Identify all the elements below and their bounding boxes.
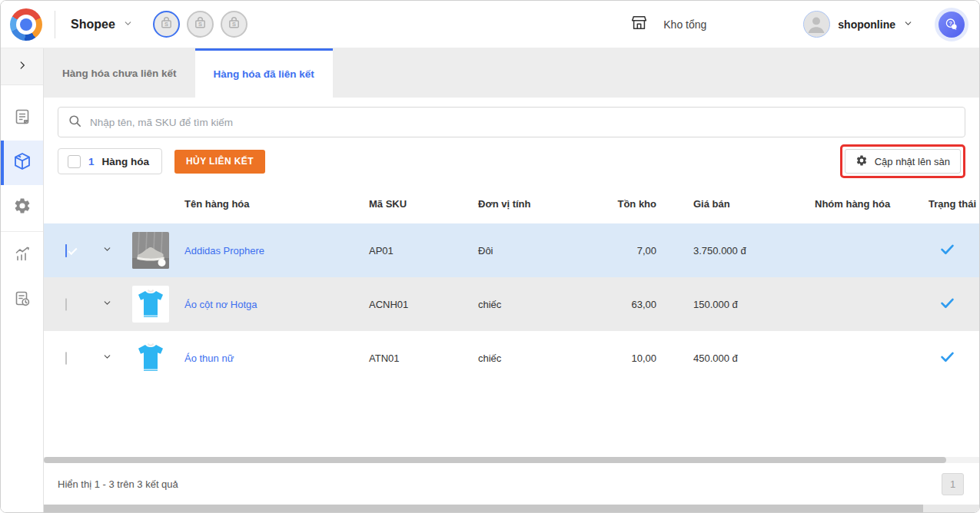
product-name-link[interactable]: Áo thun nữ [184, 352, 234, 364]
shop-account-2[interactable]: S [187, 11, 214, 38]
tab-label: Hàng hóa chưa liên kết [62, 68, 177, 79]
table-body: Addidas Prophere AP01 Đôi 7,00 3.750.000… [44, 223, 979, 385]
product-image [132, 232, 169, 269]
status-linked-check-icon [929, 302, 955, 313]
help-button[interactable]: ? [935, 8, 968, 41]
row-expand-chevron-icon[interactable] [102, 244, 112, 254]
document-icon [13, 108, 32, 129]
product-unit: chiếc [478, 331, 592, 385]
table-row[interactable]: Áo thun nữ ATN01 chiếc 10,00 450.000 đ [44, 331, 979, 385]
header-divider [55, 11, 55, 38]
bottom-scrollbar-thumb[interactable] [44, 505, 923, 512]
svg-text:?: ? [948, 20, 952, 26]
col-header-sku: Mã SKU [369, 184, 478, 223]
tab-linked-products[interactable]: Hàng hóa đã liên kết [195, 48, 333, 98]
cube-icon [12, 151, 32, 174]
scrollbar-thumb[interactable] [44, 457, 946, 463]
shopee-bag-icon: S [226, 15, 242, 34]
products-table: Tên hàng hóa Mã SKU Đơn vị tính Tồn kho … [44, 184, 979, 385]
product-price: 150.000 đ [661, 277, 807, 331]
search-input[interactable] [90, 117, 955, 128]
sidebar-separator [1, 231, 43, 232]
product-unit: chiếc [478, 277, 592, 331]
unlink-button[interactable]: HỦY LIÊN KẾT [174, 150, 265, 174]
col-header-group: Nhóm hàng hóa [807, 184, 922, 223]
select-all-checkbox[interactable] [68, 155, 81, 168]
shopee-bag-icon: S [192, 15, 208, 34]
gear-icon [13, 197, 32, 218]
table-header-row: Tên hàng hóa Mã SKU Đơn vị tính Tồn kho … [44, 184, 979, 223]
chevron-down-icon [123, 18, 133, 31]
horizontal-scrollbar[interactable] [44, 457, 979, 463]
row-checkbox[interactable] [65, 352, 67, 365]
product-group [807, 277, 922, 331]
tab-unlinked-products[interactable]: Hàng hóa chưa liên kết [44, 48, 195, 98]
product-name-link[interactable]: Addidas Prophere [184, 245, 264, 256]
pagination-footer: Hiển thị 1 - 3 trên 3 kết quả 1 [44, 463, 979, 505]
product-group [807, 223, 922, 277]
row-expand-chevron-icon[interactable] [102, 352, 112, 362]
product-price: 3.750.000 đ [661, 223, 807, 277]
col-header-stock: Tồn kho [592, 184, 661, 223]
sidebar [1, 48, 44, 512]
sidebar-item-settings[interactable] [1, 185, 43, 230]
update-button-label: Cập nhật lên sàn [875, 156, 950, 167]
sidebar-item-history[interactable] [1, 278, 43, 323]
chart-icon [13, 245, 32, 266]
product-stock: 63,00 [592, 277, 661, 331]
row-checkbox[interactable] [65, 244, 67, 257]
tab-bar: Hàng hóa chưa liên kết Hàng hóa đã liên … [44, 48, 979, 98]
tab-label: Hàng hóa đã liên kết [214, 68, 314, 80]
page-1-button[interactable]: 1 [942, 473, 964, 495]
highlight-annotation: Cập nhật lên sàn [840, 144, 965, 178]
avatar [803, 11, 830, 38]
search-icon [68, 114, 82, 131]
status-linked-check-icon [929, 248, 955, 260]
shop-account-3[interactable]: S [221, 11, 247, 38]
app-logo-icon [10, 8, 42, 41]
sidebar-expand-button[interactable] [1, 48, 43, 85]
col-header-status: Trạng thái [922, 184, 979, 223]
gear-icon [855, 154, 868, 169]
content-panel: 1 Hàng hóa HỦY LIÊN KẾT Cập nhật lên sàn [44, 98, 979, 512]
shop-account-1[interactable]: S [153, 11, 180, 38]
sidebar-item-orders[interactable] [1, 96, 43, 141]
document-clock-icon [13, 290, 32, 311]
search-box [58, 107, 965, 137]
product-unit: Đôi [478, 223, 592, 277]
product-stock: 10,00 [592, 331, 661, 385]
warehouse-selector[interactable]: Kho tổng [630, 14, 706, 35]
product-price: 450.000 đ [661, 331, 807, 385]
table-row[interactable]: Addidas Prophere AP01 Đôi 7,00 3.750.000… [44, 223, 979, 277]
col-header-unit: Đơn vị tính [478, 184, 592, 223]
table-row[interactable]: Áo cột nơ Hotga ACNH01 chiếc 63,00 150.0… [44, 277, 979, 331]
product-name-link[interactable]: Áo cột nơ Hotga [184, 299, 257, 310]
user-menu[interactable]: shoponline [803, 11, 913, 38]
product-sku: ACNH01 [369, 277, 478, 331]
selected-label: Hàng hóa [102, 156, 150, 167]
app-window: Shopee S S S [0, 0, 980, 513]
svg-text:S: S [198, 21, 202, 28]
toolbar: 1 Hàng hóa HỦY LIÊN KẾT Cập nhật lên sàn [58, 148, 965, 174]
header-right: Kho tổng shoponline ? [630, 8, 968, 41]
col-header-price: Giá bán [661, 184, 807, 223]
sidebar-item-reports[interactable] [1, 233, 43, 278]
bottom-scrollbar[interactable] [44, 505, 979, 512]
product-stock: 7,00 [592, 223, 661, 277]
product-sku: AP01 [369, 223, 478, 277]
chevron-right-icon [17, 60, 28, 74]
col-header-name: Tên hàng hóa [176, 184, 369, 223]
warehouse-label: Kho tổng [663, 18, 706, 31]
product-sku: ATN01 [369, 331, 478, 385]
update-to-channel-button[interactable]: Cập nhật lên sàn [845, 149, 961, 174]
row-expand-chevron-icon[interactable] [102, 298, 112, 308]
product-group [807, 331, 922, 385]
status-linked-check-icon [929, 356, 955, 367]
row-checkbox[interactable] [65, 298, 67, 311]
shopee-bag-icon: S [158, 15, 174, 34]
help-chat-icon: ? [938, 12, 965, 38]
top-header: Shopee S S S [1, 1, 979, 48]
main-area: Hàng hóa chưa liên kết Hàng hóa đã liên … [44, 48, 979, 512]
sidebar-item-products[interactable] [1, 141, 43, 185]
channel-selector[interactable]: Shopee [71, 18, 133, 31]
